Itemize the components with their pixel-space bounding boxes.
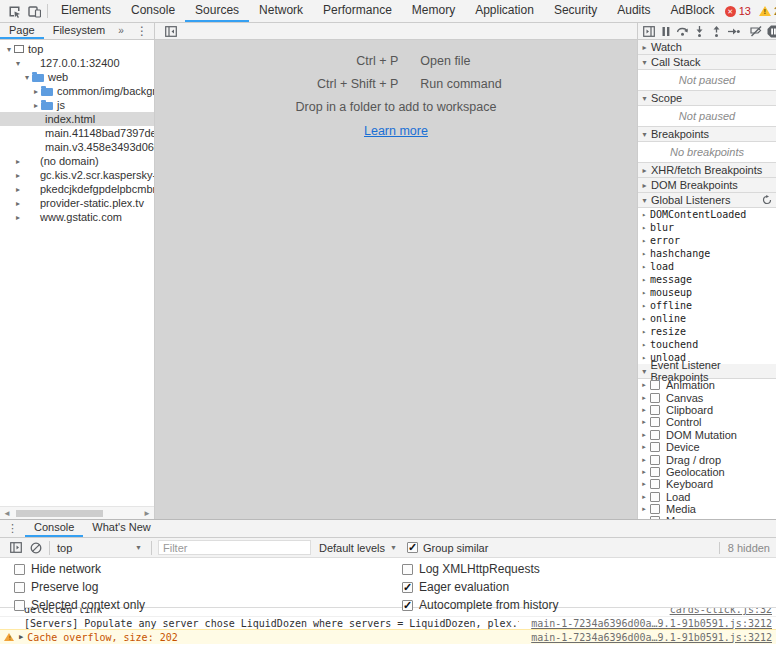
tree-arrow-icon[interactable]: ▸ — [638, 381, 650, 389]
section-xhr-breakpoints[interactable]: ▸ XHR/fetch Breakpoints — [638, 163, 776, 178]
tree-arrow-icon[interactable]: ▸ — [13, 185, 23, 194]
panel-tab[interactable]: Application — [465, 0, 544, 22]
group-similar-checkbox[interactable] — [407, 542, 418, 553]
console-setting[interactable]: Preserve log — [14, 580, 402, 594]
tree-arrow-icon[interactable]: ▸ — [13, 157, 23, 166]
tree-arrow-icon[interactable]: ▸ — [638, 237, 650, 245]
drawer-tab[interactable]: What's New — [83, 520, 159, 537]
tree-arrow-icon[interactable]: ▸ — [638, 493, 650, 501]
tree-arrow-icon[interactable]: ▸ — [638, 302, 650, 310]
message-source-link[interactable]: main-1-7234a6396d00a…9.1-91b0591.js:3212 — [519, 632, 772, 643]
event-category-row[interactable]: ▸ DOM Mutation — [638, 429, 776, 441]
console-sidebar-toggle-icon[interactable] — [6, 539, 26, 557]
drawer-tab[interactable]: Console — [25, 520, 83, 537]
event-category-row[interactable]: ▸ Control — [638, 416, 776, 428]
global-listener-row[interactable]: ▸ message — [638, 273, 776, 286]
event-category-row[interactable]: ▸ Drag / drop — [638, 453, 776, 465]
section-watch[interactable]: ▸ Watch — [638, 40, 776, 55]
learn-more-link[interactable]: Learn more — [290, 124, 501, 138]
global-listener-row[interactable]: ▸ load — [638, 260, 776, 273]
step-button[interactable] — [726, 24, 741, 39]
refresh-listeners-icon[interactable] — [762, 195, 772, 205]
file-tree-row[interactable]: ▸ common/img/backgrounds — [0, 84, 154, 98]
warning-badge-icon[interactable] — [759, 6, 771, 16]
global-listener-row[interactable]: ▸ DOMContentLoaded — [638, 208, 776, 221]
group-similar-toggle[interactable]: Group similar — [407, 542, 488, 554]
navigator-tab[interactable]: Filesystem — [44, 23, 115, 39]
tree-arrow-icon[interactable]: ▸ — [638, 480, 650, 488]
event-category-checkbox[interactable] — [650, 504, 660, 514]
event-category-row[interactable]: ▸ Media — [638, 503, 776, 515]
tree-arrow-icon[interactable]: ▸ — [638, 354, 650, 362]
event-category-row[interactable]: ▸ Keyboard — [638, 478, 776, 490]
horizontal-scrollbar[interactable]: ◄ ► — [0, 506, 154, 519]
global-listener-row[interactable]: ▸ touchend — [638, 338, 776, 351]
panel-tab[interactable]: Memory — [402, 0, 465, 22]
event-category-row[interactable]: ▸ Canvas — [638, 391, 776, 403]
console-setting[interactable]: Eager evaluation — [402, 580, 558, 594]
pause-script-button[interactable] — [658, 24, 673, 39]
deactivate-breakpoints-button[interactable] — [749, 24, 764, 39]
setting-checkbox[interactable] — [14, 582, 25, 593]
tree-arrow-icon[interactable]: ▸ — [31, 87, 41, 96]
tree-arrow-icon[interactable]: ▸ — [638, 456, 650, 464]
event-category-checkbox[interactable] — [650, 417, 660, 427]
panel-tab[interactable]: Elements — [51, 0, 121, 22]
event-category-checkbox[interactable] — [650, 467, 660, 477]
file-tree-row[interactable]: main.41148bad7397de5c0c8 — [0, 126, 154, 140]
global-listener-row[interactable]: ▸ mouseup — [638, 286, 776, 299]
file-tree-row[interactable]: main.v3.458e3493d066685ab — [0, 140, 154, 154]
event-category-row[interactable]: ▸ Clipboard — [638, 404, 776, 416]
event-category-row[interactable]: ▸ Load — [638, 491, 776, 503]
file-tree-row[interactable]: index.html — [0, 112, 154, 126]
console-setting[interactable]: Hide network — [14, 562, 402, 576]
drawer-kebab-icon[interactable]: ⋮ — [0, 520, 25, 537]
navigator-kebab-icon[interactable]: ⋮ — [130, 23, 154, 39]
tree-arrow-icon[interactable]: ▸ — [638, 211, 650, 219]
message-source-link[interactable]: main-1-7234a6396d00a…9.1-91b0591.js:3212 — [519, 618, 772, 629]
tree-arrow-icon[interactable]: ▸ — [638, 341, 650, 349]
tree-arrow-icon[interactable]: ▸ — [31, 101, 41, 110]
global-listener-row[interactable]: ▸ hashchange — [638, 247, 776, 260]
section-breakpoints[interactable]: ▾ Breakpoints — [638, 127, 776, 142]
setting-checkbox[interactable] — [14, 564, 25, 575]
step-out-button[interactable] — [709, 24, 724, 39]
console-setting[interactable]: Log XMLHttpRequests — [402, 562, 558, 576]
global-listener-row[interactable]: ▸ offline — [638, 299, 776, 312]
step-into-button[interactable] — [692, 24, 707, 39]
panel-tab[interactable]: Console — [121, 0, 185, 22]
tree-arrow-icon[interactable]: ▸ — [638, 250, 650, 258]
file-tree-row[interactable]: ▾ web — [0, 70, 154, 84]
panel-tab[interactable]: Security — [544, 0, 607, 22]
file-tree-row[interactable]: ▸ www.gstatic.com — [0, 210, 154, 224]
event-category-checkbox[interactable] — [650, 430, 660, 440]
panel-tab[interactable]: Audits — [607, 0, 660, 22]
tree-arrow-icon[interactable]: ▸ — [638, 328, 650, 336]
event-category-checkbox[interactable] — [650, 380, 660, 390]
tree-arrow-icon[interactable]: ▸ — [638, 431, 650, 439]
event-category-checkbox[interactable] — [650, 405, 660, 415]
setting-checkbox[interactable] — [402, 582, 413, 593]
tree-arrow-icon[interactable]: ▸ — [638, 418, 650, 426]
step-over-button[interactable] — [675, 24, 690, 39]
global-listener-row[interactable]: ▸ error — [638, 234, 776, 247]
event-category-checkbox[interactable] — [650, 442, 660, 452]
file-tree-row[interactable]: ▸ pkedcjkdefgpdelpbcmbmeomcjb — [0, 182, 154, 196]
section-event-listener-breakpoints[interactable]: ▾ Event Listener Breakpoints — [638, 364, 776, 379]
file-tree-row[interactable]: ▾ top — [0, 42, 154, 56]
error-badge-icon[interactable]: ✕ — [725, 6, 736, 17]
clear-console-icon[interactable] — [26, 539, 46, 557]
section-call-stack[interactable]: ▾ Call Stack — [638, 55, 776, 70]
event-category-row[interactable]: ▸ Device — [638, 441, 776, 453]
global-listener-row[interactable]: ▸ blur — [638, 221, 776, 234]
global-listener-row[interactable]: ▸ resize — [638, 325, 776, 338]
tree-arrow-icon[interactable]: ▸ — [638, 276, 650, 284]
file-tree-row[interactable]: ▸ js — [0, 98, 154, 112]
tree-arrow-icon[interactable]: ▸ — [638, 406, 650, 414]
console-filter-input[interactable] — [158, 540, 311, 555]
more-tabs-chevron-icon[interactable]: » — [114, 23, 128, 39]
log-levels-select[interactable]: Default levels ▼ — [319, 542, 397, 554]
device-toolbar-icon[interactable] — [24, 2, 44, 20]
tree-arrow-icon[interactable]: ▸ — [13, 213, 23, 222]
tree-arrow-icon[interactable]: ▾ — [4, 45, 14, 54]
